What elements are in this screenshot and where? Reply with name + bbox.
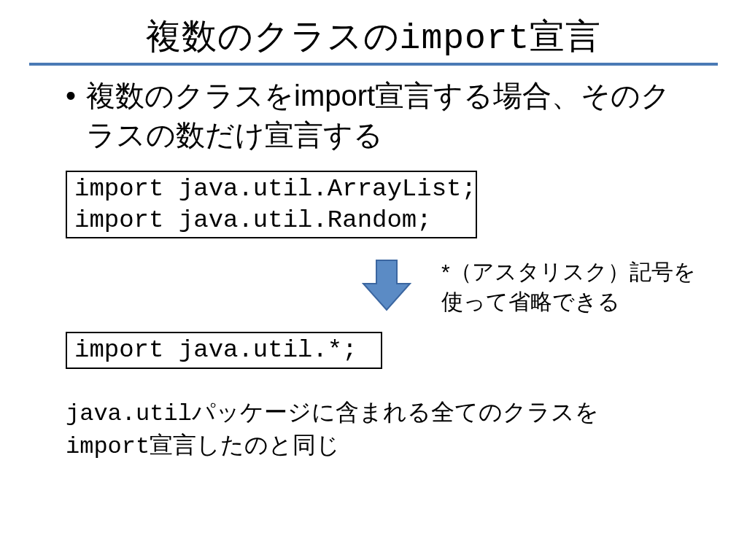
code-block-1: import java.util.ArrayList; import java.… — [66, 171, 477, 238]
bullet-text: 複数のクラスをimport宣言する場合、そのクラスの数だけ宣言する — [86, 76, 696, 155]
code-block-2: import java.util.*; — [66, 332, 382, 369]
svg-marker-0 — [363, 260, 410, 310]
footnote-post: 宣言したのと同じ — [150, 432, 340, 458]
footnote-mid: パッケージに含まれる全てのクラスを — [192, 399, 599, 425]
title-pre: 複数のクラスの — [146, 17, 400, 55]
title-code: import — [400, 19, 530, 58]
title-divider — [29, 63, 718, 66]
footnote: java.utilパッケージに含まれる全てのクラスを import宣言したのと同… — [66, 397, 696, 462]
slide: 複数のクラスのimport宣言 • 複数のクラスをimport宣言する場合、その… — [0, 0, 747, 560]
bullet-code: import — [294, 79, 375, 112]
slide-body: • 複数のクラスをimport宣言する場合、そのクラスの数だけ宣言する impo… — [29, 76, 718, 462]
footnote-code-2: import — [66, 433, 150, 460]
arrow-row: *（アスタリスク）記号を使って省略できる — [66, 253, 696, 319]
down-arrow-icon — [357, 257, 416, 314]
bullet-marker: • — [66, 76, 76, 115]
slide-title: 複数のクラスのimport宣言 — [29, 13, 718, 60]
bullet-pre: 複数のクラスを — [86, 79, 294, 112]
footnote-code-1: java.util — [66, 400, 192, 427]
asterisk-annotation: *（アスタリスク）記号を使って省略できる — [441, 257, 696, 316]
title-post: 宣言 — [530, 17, 601, 55]
bullet-item: • 複数のクラスをimport宣言する場合、そのクラスの数だけ宣言する — [66, 76, 696, 155]
